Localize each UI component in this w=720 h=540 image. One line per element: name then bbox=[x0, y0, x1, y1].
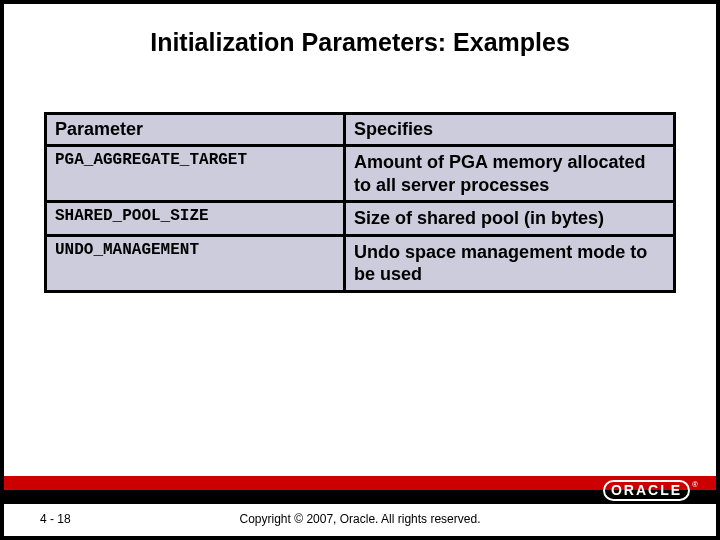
table-row: PGA_AGGREGATE_TARGET Amount of PGA memor… bbox=[46, 146, 675, 202]
oracle-logo-text: ORACLE bbox=[603, 480, 690, 501]
cell-spec: Amount of PGA memory allocated to all se… bbox=[345, 146, 675, 202]
cell-param: SHARED_POOL_SIZE bbox=[46, 202, 345, 236]
cell-spec: Undo space management mode to be used bbox=[345, 235, 675, 291]
cell-spec: Size of shared pool (in bytes) bbox=[345, 202, 675, 236]
copyright-text: Copyright © 2007, Oracle. All rights res… bbox=[4, 512, 716, 526]
table-row: SHARED_POOL_SIZE Size of shared pool (in… bbox=[46, 202, 675, 236]
table-row: UNDO_MANAGEMENT Undo space management mo… bbox=[46, 235, 675, 291]
table-header-row: Parameter Specifies bbox=[46, 114, 675, 146]
footer-bar: ORACLE ® bbox=[4, 476, 716, 504]
oracle-logo: ORACLE ® bbox=[603, 479, 698, 501]
oracle-logo-registered: ® bbox=[692, 480, 698, 489]
header-parameter: Parameter bbox=[46, 114, 345, 146]
cell-param: PGA_AGGREGATE_TARGET bbox=[46, 146, 345, 202]
parameters-table: Parameter Specifies PGA_AGGREGATE_TARGET… bbox=[44, 112, 676, 293]
cell-param: UNDO_MANAGEMENT bbox=[46, 235, 345, 291]
slide: Initialization Parameters: Examples Para… bbox=[4, 4, 716, 536]
page-title: Initialization Parameters: Examples bbox=[4, 28, 716, 57]
header-specifies: Specifies bbox=[345, 114, 675, 146]
